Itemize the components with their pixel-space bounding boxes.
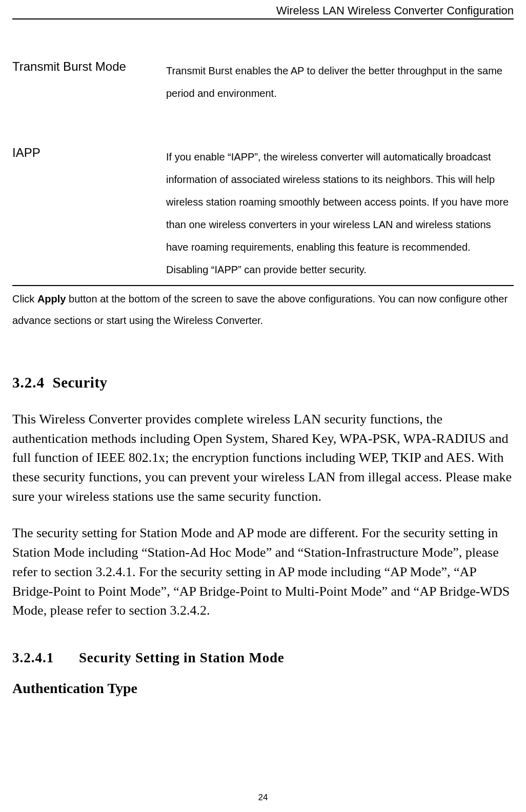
heading-authentication-type: Authentication Type	[12, 680, 514, 697]
section-title: Security	[53, 374, 108, 391]
definition-table: Transmit Burst Mode Transmit Burst enabl…	[12, 59, 514, 286]
page-footer: 24	[0, 793, 526, 803]
paragraph-2: The security setting for Station Mode an…	[12, 523, 514, 620]
note-bold-apply: Apply	[37, 293, 66, 304]
section-title: Security Setting in Station Mode	[79, 650, 285, 665]
note-prefix: Click	[12, 293, 37, 304]
section-heading-station-mode: 3.2.4.1Security Setting in Station Mode	[12, 650, 514, 666]
section-heading-security: 3.2.4 Security	[12, 374, 514, 391]
definition-row-iapp: IAPP If you enable “IAPP”, the wireless …	[12, 146, 514, 286]
section-number: 3.2.4.1	[12, 650, 79, 666]
note-suffix: button at the bottom of the screen to sa…	[12, 293, 508, 326]
definition-label: Transmit Burst Mode	[12, 59, 166, 109]
section-number: 3.2.4	[12, 374, 45, 391]
definition-desc: If you enable “IAPP”, the wireless conve…	[166, 146, 514, 286]
paragraph-1: This Wireless Converter provides complet…	[12, 410, 514, 506]
definition-desc: Transmit Burst enables the AP to deliver…	[166, 59, 514, 109]
apply-note: Click Apply button at the bottom of the …	[12, 288, 514, 331]
definition-row-transmit-burst: Transmit Burst Mode Transmit Burst enabl…	[12, 59, 514, 109]
definition-label: IAPP	[12, 146, 166, 286]
page-header: Wireless LAN Wireless Converter Configur…	[12, 4, 514, 19]
spacer	[12, 109, 514, 146]
